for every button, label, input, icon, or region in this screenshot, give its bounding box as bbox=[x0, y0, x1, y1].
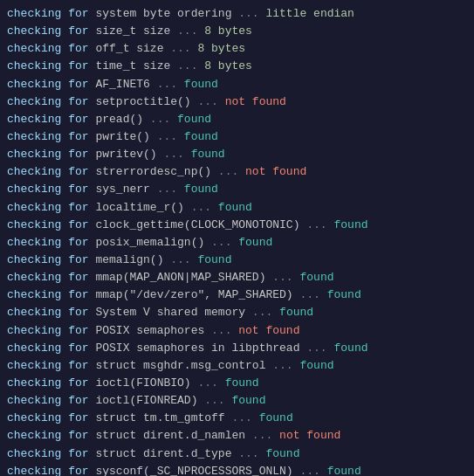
check-subject: struct dirent.d_namlen bbox=[95, 429, 245, 442]
check-dots: ... bbox=[231, 7, 265, 20]
check-dots: ... bbox=[204, 236, 238, 249]
check-result: found bbox=[265, 447, 299, 460]
terminal-line: checking for sys_nerr ... found bbox=[7, 181, 467, 198]
checking-prefix: checking for bbox=[7, 359, 95, 372]
terminal-line: checking for sysconf(_SC_NPROCESSORS_ONL… bbox=[7, 463, 467, 476]
check-subject: pwritev() bbox=[95, 148, 156, 161]
check-result: not found bbox=[279, 429, 340, 442]
terminal-line: checking for mmap("/dev/zero", MAP_SHARE… bbox=[7, 286, 467, 304]
check-subject: AF_INET6 bbox=[95, 78, 149, 91]
checking-prefix: checking for bbox=[7, 42, 95, 55]
checking-prefix: checking for bbox=[7, 183, 95, 196]
checking-prefix: checking for bbox=[7, 165, 95, 178]
check-result: 8 bytes bbox=[204, 24, 252, 38]
check-result: found bbox=[238, 236, 272, 249]
terminal-line: checking for ioctl(FIONBIO) ... found bbox=[7, 375, 467, 392]
terminal-line: checking for clock_gettime(CLOCK_MONOTON… bbox=[7, 217, 467, 234]
check-dots: ... bbox=[265, 271, 299, 284]
check-subject: struct msghdr.msg_control bbox=[95, 359, 265, 372]
checking-prefix: checking for bbox=[7, 411, 95, 424]
check-subject: mmap("/dev/zero", MAP_SHARED) bbox=[95, 288, 292, 301]
check-dots: ... bbox=[157, 148, 191, 161]
checking-prefix: checking for bbox=[7, 78, 95, 91]
checking-prefix: checking for bbox=[7, 288, 95, 301]
check-result: found bbox=[184, 130, 218, 143]
check-result: found bbox=[197, 253, 231, 266]
checking-prefix: checking for bbox=[7, 306, 95, 319]
check-subject: mmap(MAP_ANON|MAP_SHARED) bbox=[95, 271, 265, 284]
checking-prefix: checking for bbox=[7, 236, 95, 249]
checking-prefix: checking for bbox=[7, 429, 95, 442]
terminal-line: checking for localtime_r() ... found bbox=[7, 199, 467, 217]
checking-prefix: checking for bbox=[7, 394, 95, 407]
check-result: found bbox=[184, 78, 218, 91]
checking-prefix: checking for bbox=[7, 24, 95, 38]
checking-prefix: checking for bbox=[7, 59, 95, 72]
checking-prefix: checking for bbox=[7, 341, 95, 355]
terminal-line: checking for system byte ordering ... li… bbox=[7, 5, 467, 23]
terminal-line: checking for pread() ... found bbox=[7, 111, 467, 128]
terminal-line: checking for struct msghdr.msg_control .… bbox=[7, 357, 467, 375]
check-result: not found bbox=[225, 95, 286, 108]
check-dots: ... bbox=[293, 288, 327, 301]
terminal-window: checking for system byte ordering ... li… bbox=[0, 0, 474, 476]
check-dots: ... bbox=[265, 359, 299, 372]
check-dots: ... bbox=[245, 306, 279, 319]
checking-prefix: checking for bbox=[7, 7, 95, 20]
check-subject: System V shared memory bbox=[95, 306, 245, 319]
check-result: found bbox=[333, 341, 368, 355]
checking-prefix: checking for bbox=[7, 465, 95, 476]
terminal-line: checking for System V shared memory ... … bbox=[7, 304, 467, 321]
checking-prefix: checking for bbox=[7, 324, 95, 337]
check-dots: ... bbox=[204, 324, 238, 337]
checking-prefix: checking for bbox=[7, 113, 95, 126]
checking-prefix: checking for bbox=[7, 201, 95, 214]
check-subject: ioctl(FIONBIO) bbox=[95, 376, 190, 390]
check-subject: strerrordesc_np() bbox=[95, 165, 211, 178]
check-result: found bbox=[327, 465, 361, 476]
check-dots: ... bbox=[299, 218, 333, 231]
checking-prefix: checking for bbox=[7, 447, 95, 460]
terminal-line: checking for size_t size ... 8 bytes bbox=[7, 23, 467, 40]
terminal-line: checking for AF_INET6 ... found bbox=[7, 76, 467, 93]
check-subject: system byte ordering bbox=[95, 7, 231, 20]
terminal-line: checking for mmap(MAP_ANON|MAP_SHARED) .… bbox=[7, 269, 467, 286]
check-dots: ... bbox=[163, 253, 197, 266]
checking-prefix: checking for bbox=[7, 218, 95, 231]
check-subject: sysconf(_SC_NPROCESSORS_ONLN) bbox=[95, 465, 292, 476]
check-dots: ... bbox=[163, 42, 197, 55]
checking-prefix: checking for bbox=[7, 130, 95, 143]
check-result: found bbox=[184, 183, 218, 196]
check-result: found bbox=[279, 306, 313, 319]
checking-prefix: checking for bbox=[7, 271, 95, 284]
check-subject: size_t size bbox=[95, 24, 170, 38]
check-subject: POSIX semaphores in libpthread bbox=[95, 341, 299, 355]
check-dots: ... bbox=[245, 429, 279, 442]
check-result: not found bbox=[245, 165, 306, 178]
check-dots: ... bbox=[170, 59, 204, 72]
check-subject: localtime_r() bbox=[95, 201, 183, 214]
terminal-line: checking for memalign() ... found bbox=[7, 252, 467, 269]
terminal-line: checking for time_t size ... 8 bytes bbox=[7, 58, 467, 75]
check-subject: pread() bbox=[95, 113, 143, 126]
check-result: found bbox=[191, 148, 225, 161]
check-result: not found bbox=[238, 324, 299, 337]
check-result: found bbox=[299, 359, 333, 372]
terminal-line: checking for strerrordesc_np() ... not f… bbox=[7, 163, 467, 181]
check-subject: pwrite() bbox=[95, 130, 149, 143]
terminal-line: checking for setproctitle() ... not foun… bbox=[7, 93, 467, 111]
check-dots: ... bbox=[184, 201, 218, 214]
check-result: found bbox=[177, 113, 211, 126]
check-dots: ... bbox=[150, 130, 184, 143]
check-subject: struct tm.tm_gmtoff bbox=[95, 411, 224, 424]
check-dots: ... bbox=[150, 78, 184, 91]
check-subject: struct dirent.d_type bbox=[95, 447, 231, 460]
check-subject: setproctitle() bbox=[95, 95, 190, 108]
check-subject: sys_nerr bbox=[95, 183, 149, 196]
check-subject: ioctl(FIONREAD) bbox=[95, 394, 197, 407]
check-result: 8 bytes bbox=[197, 42, 245, 55]
check-dots: ... bbox=[197, 394, 231, 407]
terminal-line: checking for off_t size ... 8 bytes bbox=[7, 40, 467, 58]
checking-prefix: checking for bbox=[7, 148, 95, 161]
check-result: found bbox=[259, 411, 293, 424]
